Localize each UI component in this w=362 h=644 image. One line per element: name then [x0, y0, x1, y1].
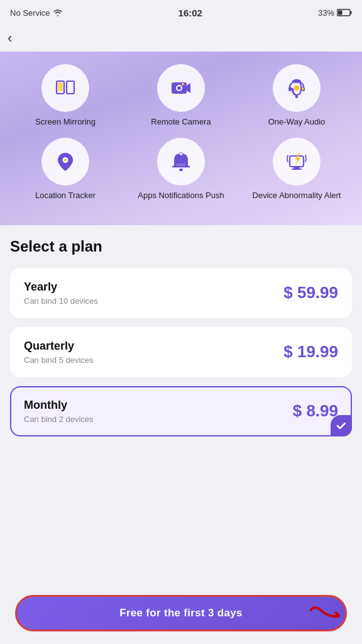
plan-name-monthly: Monthly — [24, 399, 94, 412]
location-tracker-label: Location Tracker — [35, 191, 96, 201]
plan-sub-quarterly: Can bind 5 devices — [24, 355, 94, 365]
svg-rect-13 — [295, 95, 298, 98]
plans-title: Select a plan — [10, 238, 352, 255]
svg-point-19 — [179, 169, 183, 171]
remote-camera-icon — [169, 76, 193, 100]
one-way-audio-label: One-Way Audio — [268, 117, 326, 128]
cta-button[interactable]: Free for the first 3 days — [15, 595, 347, 631]
feature-device-alert[interactable]: Device Abnormality Alert — [241, 138, 352, 201]
plan-price-monthly: $ 8.99 — [293, 401, 338, 421]
svg-rect-5 — [58, 82, 63, 91]
apps-notifications-icon — [169, 150, 193, 174]
status-battery: 33% — [318, 8, 352, 18]
screen-mirroring-label: Screen Mirroring — [35, 117, 96, 128]
plans-section: Select a plan Yearly Can bind 10 devices… — [0, 225, 362, 508]
svg-rect-22 — [293, 167, 300, 169]
screen-mirroring-icon — [53, 76, 77, 100]
remote-camera-label: Remote Camera — [151, 117, 211, 128]
remote-camera-icon-circle — [157, 64, 205, 112]
device-alert-label: Device Abnormality Alert — [253, 191, 341, 201]
features-grid: Screen Mirroring Remote Camera — [10, 64, 352, 201]
svg-point-8 — [177, 86, 181, 90]
svg-rect-2 — [337, 11, 342, 15]
plan-info-monthly: Monthly Can bind 2 devices — [24, 399, 94, 424]
status-bar: No Service 16:02 33% — [0, 0, 362, 25]
plan-price-yearly: $ 59.99 — [283, 283, 338, 303]
svg-point-9 — [182, 83, 184, 86]
device-alert-icon — [285, 150, 309, 174]
feature-apps-notifications[interactable]: Apps Notifications Push — [126, 138, 236, 201]
back-button-container: ‹ — [0, 25, 362, 52]
plan-card-quarterly[interactable]: Quarterly Can bind 5 devices $ 19.99 — [10, 327, 352, 377]
status-time: 16:02 — [178, 8, 202, 18]
svg-point-11 — [294, 86, 299, 91]
plan-card-yearly[interactable]: Yearly Can bind 10 devices $ 59.99 — [10, 268, 352, 318]
apps-notifications-label: Apps Notifications Push — [138, 191, 224, 201]
svg-point-20 — [180, 152, 183, 155]
location-tracker-icon — [53, 150, 77, 174]
bottom-cta-container: Free for the first 3 days — [0, 586, 362, 644]
wifi-icon — [53, 9, 63, 16]
plan-sub-yearly: Can bind 10 devices — [24, 296, 98, 306]
plan-sub-monthly: Can bind 2 devices — [24, 414, 94, 424]
plan-card-monthly[interactable]: Monthly Can bind 2 devices $ 8.99 — [10, 386, 352, 436]
device-alert-icon-circle — [273, 138, 321, 186]
plan-info-quarterly: Quarterly Can bind 5 devices — [24, 340, 94, 365]
plan-name-quarterly: Quarterly — [24, 340, 94, 353]
one-way-audio-icon — [285, 76, 309, 100]
battery-icon — [337, 9, 352, 16]
selected-checkmark — [331, 415, 352, 436]
location-tracker-icon-circle — [41, 138, 89, 186]
plan-info-yearly: Yearly Can bind 10 devices — [24, 280, 98, 306]
svg-rect-14 — [288, 87, 292, 91]
hero-section: Screen Mirroring Remote Camera — [0, 52, 362, 225]
feature-location-tracker[interactable]: Location Tracker — [10, 138, 121, 201]
one-way-audio-icon-circle — [273, 64, 321, 112]
feature-screen-mirroring[interactable]: Screen Mirroring — [10, 64, 121, 128]
feature-remote-camera[interactable]: Remote Camera — [126, 64, 236, 128]
back-button[interactable]: ‹ — [8, 30, 12, 47]
svg-rect-1 — [350, 11, 351, 14]
apps-notifications-icon-circle — [157, 138, 205, 186]
feature-one-way-audio[interactable]: One-Way Audio — [241, 64, 352, 128]
plan-name-yearly: Yearly — [24, 280, 98, 294]
svg-rect-23 — [292, 169, 302, 170]
carrier-signal: No Service — [10, 8, 63, 18]
svg-point-16 — [302, 87, 304, 90]
plan-price-quarterly: $ 19.99 — [283, 342, 338, 362]
battery-percent: 33% — [318, 8, 334, 18]
svg-point-18 — [64, 158, 67, 161]
screen-mirroring-icon-circle — [41, 64, 89, 112]
carrier-text: No Service — [10, 8, 50, 18]
svg-rect-4 — [67, 81, 74, 94]
